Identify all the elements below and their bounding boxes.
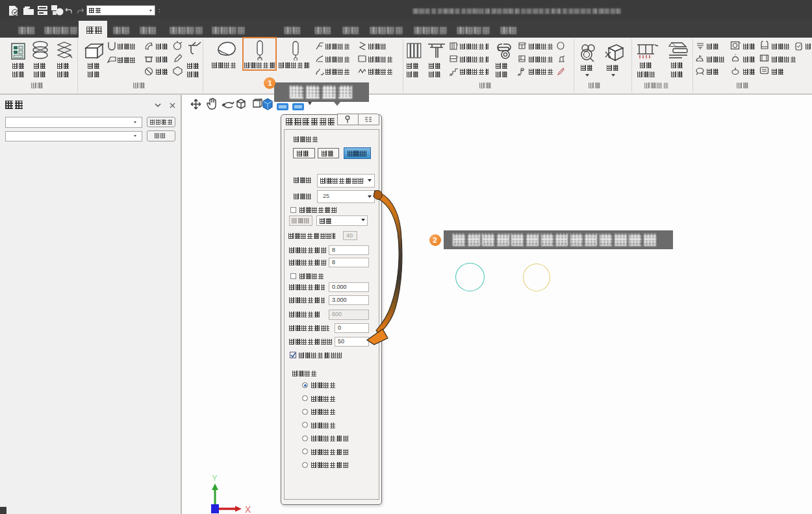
svg-text:Y: Y (212, 473, 218, 483)
svg-text:X: X (245, 504, 251, 514)
